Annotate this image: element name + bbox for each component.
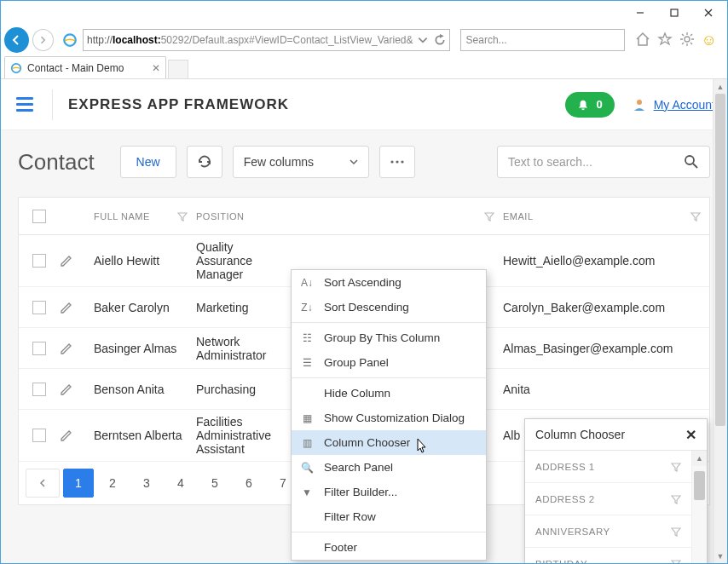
pencil-icon[interactable] (60, 342, 73, 355)
menu-show-customization[interactable]: ▦Show Customization Dialog (292, 406, 486, 430)
edit-cell (60, 301, 94, 314)
scroll-up-icon[interactable]: ▲ (714, 79, 727, 94)
new-button[interactable]: New (120, 146, 176, 178)
pager-page[interactable]: 3 (131, 469, 162, 498)
column-chooser-item[interactable]: BIRTHDAY (525, 548, 691, 564)
menu-sort-ascending[interactable]: A↓Sort Ascending (292, 270, 486, 295)
nav-forward-button[interactable] (32, 29, 54, 51)
app-vertical-scrollbar[interactable]: ▲ ▼ (713, 79, 727, 563)
select-all-checkbox[interactable] (32, 210, 46, 223)
column-header-email[interactable]: EMAIL (503, 211, 709, 222)
row-checkbox[interactable] (32, 429, 46, 442)
menu-hide-column[interactable]: Hide Column (292, 381, 486, 406)
window-titlebar (1, 1, 727, 25)
svg-rect-1 (671, 9, 678, 16)
pencil-icon[interactable] (60, 429, 73, 442)
view-dropdown[interactable]: Few columns (233, 146, 369, 178)
row-checkbox[interactable] (32, 342, 46, 355)
star-icon[interactable] (657, 32, 673, 47)
window-close-button[interactable] (691, 3, 725, 23)
home-icon[interactable] (635, 32, 650, 47)
pager-prev-button[interactable] (26, 469, 60, 498)
filter-icon[interactable] (671, 559, 681, 565)
sort-desc-icon: Z↓ (300, 301, 314, 314)
column-chooser-item[interactable]: ADDRESS 2 (525, 483, 691, 515)
menu-column-chooser[interactable]: ▥Column Chooser (292, 430, 486, 455)
pencil-icon[interactable] (60, 254, 73, 268)
tab-strip: Contact - Main Demo ✕ (1, 55, 727, 79)
address-bar[interactable]: http:// localhost: 50292/Default.aspx#Vi… (83, 29, 450, 51)
pager-page[interactable]: 4 (165, 469, 196, 498)
row-checkbox[interactable] (32, 254, 46, 268)
svg-point-10 (401, 160, 403, 163)
column-chooser-item[interactable]: ADDRESS 1 (525, 451, 691, 483)
hamburger-button[interactable] (13, 93, 37, 117)
column-chooser-close-button[interactable]: ✕ (685, 427, 696, 443)
ie-icon (62, 32, 78, 48)
filter-icon[interactable] (671, 527, 681, 537)
pager-page[interactable]: 1 (63, 469, 94, 498)
scroll-down-icon[interactable]: ▼ (714, 549, 727, 563)
tab-title: Contact - Main Demo (27, 62, 124, 74)
refresh-icon[interactable] (434, 34, 446, 46)
window-maximize-button[interactable] (657, 3, 691, 23)
chevron-down-icon (350, 158, 358, 166)
divider (52, 89, 53, 120)
search-icon (684, 154, 699, 170)
scrollbar-thumb[interactable] (694, 471, 705, 500)
pager-page[interactable]: 5 (199, 469, 230, 498)
scrollbar-thumb[interactable] (715, 94, 725, 426)
column-chooser-item[interactable]: ANNIVERSARY (525, 515, 691, 548)
menu-sort-descending[interactable]: Z↓Sort Descending (292, 295, 486, 319)
filter-icon[interactable] (690, 211, 701, 222)
cell-position: Facilities Administrative Assistant (196, 415, 298, 456)
new-tab-button[interactable] (168, 60, 188, 78)
ie-icon (10, 62, 22, 74)
url-host: localhost: (113, 34, 161, 46)
blank-icon (300, 541, 314, 555)
row-checkbox[interactable] (32, 301, 46, 314)
search-input[interactable]: Text to search... (497, 146, 710, 178)
pager-page[interactable]: 2 (97, 469, 128, 498)
filter-icon[interactable] (177, 211, 188, 222)
browser-search-input[interactable]: Search... (460, 29, 625, 51)
column-header-fullname[interactable]: FULL NAME (94, 211, 196, 222)
account-label: My Account (654, 98, 715, 112)
menu-search-panel[interactable]: 🔍Search Panel (292, 455, 486, 480)
refresh-button[interactable] (187, 146, 222, 178)
pencil-icon[interactable] (60, 383, 73, 396)
gear-icon[interactable] (679, 32, 695, 47)
column-header-position[interactable]: POSITION (196, 211, 298, 222)
window-minimize-button[interactable] (623, 3, 657, 23)
row-checkbox[interactable] (32, 383, 46, 396)
filter-icon[interactable] (671, 462, 681, 472)
menu-filter-row[interactable]: Filter Row (292, 504, 486, 529)
browser-tab[interactable]: Contact - Main Demo ✕ (4, 56, 166, 78)
scroll-up-icon[interactable]: ▲ (692, 451, 707, 466)
column-context-menu: A↓Sort Ascending Z↓Sort Descending ☷Grou… (291, 269, 487, 561)
nav-back-button[interactable] (4, 27, 29, 53)
smiley-icon[interactable]: ☺ (702, 32, 717, 49)
filter-icon[interactable] (484, 211, 494, 222)
chevron-down-icon[interactable] (417, 34, 429, 46)
more-actions-button[interactable] (379, 146, 415, 178)
menu-group-panel[interactable]: ☰Group Panel (292, 350, 486, 375)
cell-position: Purchasing (196, 383, 298, 396)
column-chooser-scrollbar[interactable]: ▲ ▼ (691, 451, 707, 564)
svg-point-9 (396, 160, 398, 163)
filter-icon[interactable] (671, 494, 681, 504)
my-account-link[interactable]: My Account (632, 97, 715, 112)
notifications-badge[interactable]: 0 (565, 92, 614, 118)
menu-group-by-column[interactable]: ☷Group By This Column (292, 325, 486, 350)
cell-fullname: Baker Carolyn (94, 301, 196, 314)
pencil-icon[interactable] (60, 301, 73, 314)
cell-email: Anita (503, 383, 709, 396)
edit-cell (60, 254, 94, 268)
column-chooser-popup: Column Chooser ✕ ADDRESS 1ADDRESS 2ANNIV… (524, 418, 708, 564)
menu-filter-builder[interactable]: ▼Filter Builder... (292, 480, 486, 504)
edit-cell (60, 383, 94, 396)
menu-footer[interactable]: Footer (292, 535, 486, 560)
header-checkbox-cell (19, 210, 60, 223)
pager-page[interactable]: 6 (234, 469, 264, 498)
tab-close-icon[interactable]: ✕ (152, 62, 160, 74)
